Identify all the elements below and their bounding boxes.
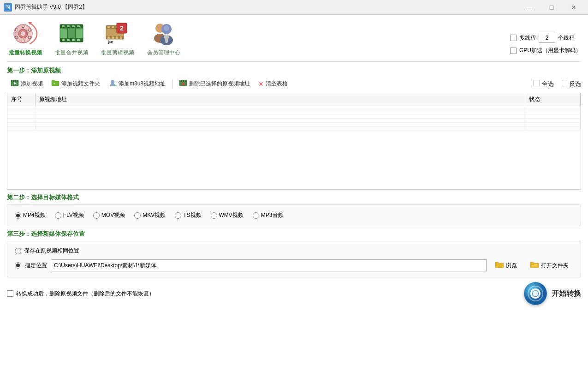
format-wmv-label: WMV视频 [219,211,244,219]
gpu-checkbox[interactable] [510,48,517,54]
svg-rect-29 [107,26,110,28]
format-wmv[interactable]: WMV视频 [211,211,244,219]
add-m3u8-button[interactable]: + 添加m3u8视频地址 [105,78,169,90]
delete-check-checkbox[interactable] [7,290,13,297]
svg-point-7 [15,36,18,39]
radio-mov[interactable] [93,212,100,219]
open-folder-button[interactable]: 打开文件夹 [525,260,573,271]
path-input[interactable] [51,259,487,271]
browse-icon [495,261,504,270]
format-mp4[interactable]: MP4视频 [15,211,46,219]
svg-rect-13 [62,25,65,27]
svg-rect-61 [184,81,185,82]
svg-rect-14 [67,25,70,27]
tool-batch-edit-label: 批量剪辑视频 [101,49,134,57]
add-folder-label: 添加视频文件夹 [61,80,100,88]
format-flv-label: FLV视频 [63,211,84,219]
svg-point-3 [22,25,24,28]
thread-count-input[interactable]: 2 [539,33,555,43]
format-mp3-label: MP3音频 [261,211,284,219]
save-section: 保存在原视频相同位置 指定位置 浏览 [7,241,581,277]
add-video-label: 添加视频 [21,80,43,88]
multithread-checkbox[interactable] [510,35,517,41]
table-row [7,127,581,131]
tool-member[interactable]: 会员管理中心 [145,19,182,57]
tool-batch-convert[interactable]: 批量转换视频 [7,19,44,57]
svg-rect-24 [68,29,75,38]
format-mp3[interactable]: MP3音频 [253,211,284,219]
col-header-status: 状态 [525,93,581,106]
svg-rect-49 [16,81,17,82]
format-flv[interactable]: FLV视频 [55,211,84,219]
action-bar: 添加视频 + 添加视频文件夹 + 添加m3u8视频地址 [7,78,581,90]
right-buttons: 全选 反选 [534,80,581,88]
svg-rect-19 [72,39,75,41]
member-icon [150,19,178,47]
close-button[interactable]: ✕ [563,0,584,14]
format-ts[interactable]: TS视频 [175,211,201,219]
batch-convert-icon [12,19,39,47]
format-ts-label: TS视频 [183,211,201,219]
svg-rect-52 [16,84,17,85]
delete-selected-label: 删除已选择的原视频地址 [189,80,250,88]
tool-batch-merge-label: 批量合并视频 [55,49,88,57]
clear-table-label: 清空表格 [266,80,288,88]
batch-edit-icon: 2 ✂ [104,19,131,47]
svg-rect-50 [12,84,13,85]
format-mov[interactable]: MOV视频 [93,211,125,219]
format-mp4-label: MP4视频 [23,211,46,219]
custom-location-label: 指定位置 [25,262,47,270]
maximize-button[interactable]: □ [541,0,562,14]
svg-rect-30 [112,26,114,28]
start-btn-area: 开始转换 [524,282,581,305]
step3-title: 第三步：选择新媒体保存位置 [7,230,581,238]
tool-batch-edit[interactable]: 2 ✂ 批量剪辑视频 [99,19,136,57]
format-section: MP4视频 FLV视频 MOV视频 MKV视频 TS视频 [7,204,581,226]
radio-mp3[interactable] [253,212,259,219]
path-row: 指定位置 浏览 打开文件夹 [15,259,573,271]
main-content: 批量转换视频 [0,15,588,372]
open-folder-label: 打开文件夹 [541,262,569,270]
tool-batch-merge[interactable]: 批量合并视频 [53,19,90,57]
add-video-button[interactable]: 添加视频 [7,78,47,90]
svg-text:2: 2 [120,24,124,32]
clear-table-button[interactable]: ✕ 清空表格 [255,78,291,89]
radio-mkv[interactable] [134,212,141,219]
svg-point-2 [21,31,25,36]
radio-flv[interactable] [55,212,61,219]
open-folder-icon [530,261,539,270]
svg-point-6 [28,29,31,31]
radio-custom-location[interactable] [15,262,21,269]
deselect-checkbox[interactable] [561,80,567,86]
table-body [7,106,581,131]
col-header-seq: 序号 [7,93,35,106]
browse-button[interactable]: 浏览 [490,260,522,271]
gpu-setting: GPU加速（用显卡解码） [510,47,581,54]
start-icon[interactable] [524,282,547,305]
radio-wmv[interactable] [211,212,217,219]
svg-rect-60 [182,81,183,82]
tool-member-label: 会员管理中心 [147,49,180,57]
col-header-path: 原视频地址 [35,93,525,106]
table-row [7,119,581,123]
add-m3u8-icon: + [108,79,117,89]
format-mkv[interactable]: MKV视频 [134,211,166,219]
multithread-setting: 多线程 2 个线程 [510,33,581,43]
svg-rect-23 [60,29,67,38]
svg-rect-15 [72,25,75,27]
video-table-wrapper[interactable]: 序号 原视频地址 状态 [7,93,581,190]
add-folder-button[interactable]: + 添加视频文件夹 [48,78,104,90]
add-m3u8-label: 添加m3u8视频地址 [119,80,166,88]
select-all-checkbox[interactable] [534,80,540,86]
radio-same-location[interactable] [15,248,21,254]
radio-mp4[interactable] [15,212,21,219]
minimize-button[interactable]: — [519,0,540,14]
clear-table-icon: ✕ [258,80,264,88]
svg-rect-36 [120,36,122,39]
svg-rect-17 [62,39,65,41]
svg-point-4 [22,40,24,42]
bottom-row: 转换成功后，删除原视频文件（删除后的文件不能恢复） [7,282,581,305]
start-convert-label[interactable]: 开始转换 [552,289,581,299]
delete-selected-button[interactable]: 删除已选择的原视频地址 [175,78,254,90]
radio-ts[interactable] [175,212,181,219]
